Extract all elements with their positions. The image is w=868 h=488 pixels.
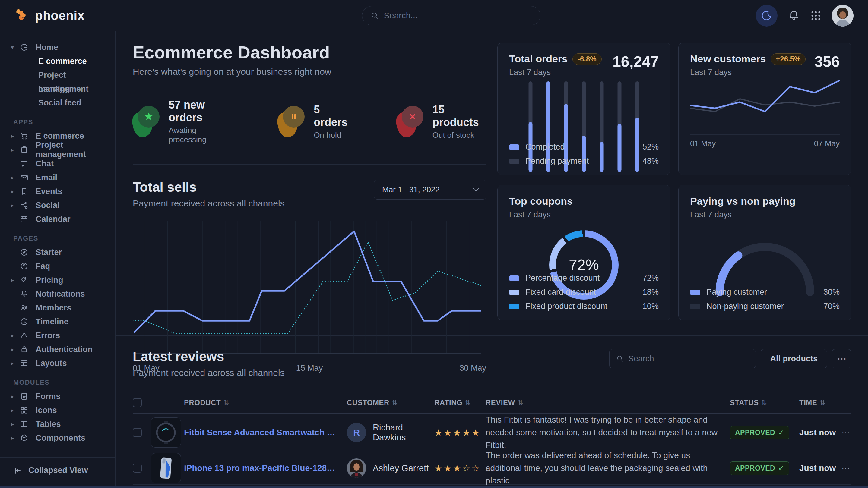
sidebar-item-faq[interactable]: Faq — [0, 259, 115, 273]
sidebar-item-members[interactable]: Members — [0, 301, 115, 315]
card-value: 16,247 — [613, 53, 659, 70]
sidebar-item-landing[interactable]: Landing — [0, 82, 115, 96]
sidebar-item-project-management-home[interactable]: Project management — [0, 68, 115, 82]
icons-grid-icon — [19, 405, 29, 415]
x-icon — [409, 113, 416, 121]
legend-swatch — [690, 290, 700, 295]
date-range-select[interactable]: Mar 1 - 31, 2022 — [374, 180, 486, 199]
theme-toggle-button[interactable] — [756, 5, 777, 27]
sidebar-section-apps: APPS — [13, 118, 115, 126]
sidebar-item-ecommerce-home[interactable]: E commerce — [0, 54, 115, 68]
sidebar-item-label: Errors — [36, 331, 60, 340]
sort-icon: ⇅ — [518, 399, 523, 406]
row-checkbox[interactable] — [133, 428, 142, 437]
cart-icon — [19, 131, 29, 141]
sidebar-item-timeline[interactable]: Timeline — [0, 315, 115, 329]
horizontal-scrollbar[interactable] — [0, 486, 868, 488]
sort-icon: ⇅ — [223, 399, 229, 406]
column-header-review[interactable]: REVIEW⇅ — [486, 398, 730, 407]
column-header-customer[interactable]: CUSTOMER⇅ — [347, 398, 434, 407]
row-menu-button[interactable]: ⋯ — [841, 463, 851, 473]
new-orders-blob-icon — [133, 106, 160, 137]
sidebar-item-layouts[interactable]: ▸ Layouts — [0, 356, 115, 370]
chevron-down-icon — [473, 186, 479, 192]
product-link[interactable]: Fitbit Sense Advanced Smartwatch with To… — [184, 428, 347, 437]
legend-swatch — [509, 144, 519, 150]
row-checkbox[interactable] — [133, 464, 142, 473]
sidebar-item-icons[interactable]: ▸ Icons — [0, 403, 115, 417]
dashboard-cards-column: Total orders -6.8% Last 7 days 16,247 Co… — [491, 31, 868, 335]
column-header-rating[interactable]: RATING⇅ — [434, 398, 486, 407]
collapse-sidebar-button[interactable]: Collapsed View — [0, 457, 115, 483]
row-menu-button[interactable]: ⋯ — [841, 428, 851, 438]
caret-right-icon: ▸ — [11, 202, 19, 209]
notifications-button[interactable] — [788, 10, 800, 22]
caret-right-icon: ▸ — [11, 332, 19, 339]
sidebar-item-errors[interactable]: ▸ Errors — [0, 329, 115, 343]
sidebar-item-tables[interactable]: ▸ Tables — [0, 417, 115, 431]
reviews-more-button[interactable]: ⋯ — [832, 349, 851, 368]
user-avatar[interactable] — [832, 5, 854, 27]
sidebar-item-project-management[interactable]: ▸ Project management — [0, 143, 115, 157]
customer-cell[interactable]: R Richard Dawkins — [347, 423, 434, 443]
sort-icon: ⇅ — [819, 399, 825, 406]
select-all-checkbox[interactable] — [133, 398, 142, 407]
collapse-left-icon — [13, 466, 22, 475]
rating-stars: ★★★★★ — [434, 427, 486, 438]
product-link[interactable]: iPhone 13 pro max-Pacific Blue-128GB sto… — [184, 463, 347, 473]
navbar-actions — [756, 5, 854, 27]
sidebar-item-home[interactable]: ▾ Home — [0, 40, 115, 54]
legend-value: 72% — [642, 273, 659, 283]
apps-grid-button[interactable] — [810, 10, 822, 22]
question-circle-icon — [19, 261, 29, 271]
column-header-status[interactable]: STATUS⇅ — [730, 398, 799, 407]
chat-icon — [19, 159, 29, 168]
reviews-search[interactable] — [609, 349, 756, 368]
global-search-input[interactable] — [384, 11, 532, 21]
legend-value: 70% — [824, 302, 840, 311]
all-products-filter-button[interactable]: All products — [761, 349, 827, 368]
column-header-time[interactable]: TIME⇅ — [799, 398, 841, 407]
total-sells-title: Total sells — [133, 180, 285, 195]
sidebar-item-events[interactable]: ▸ Events — [0, 185, 115, 198]
legend-swatch — [509, 290, 519, 295]
total-sells-line-chart — [133, 221, 482, 357]
tag-icon — [19, 275, 29, 285]
legend-swatch — [690, 304, 700, 309]
top-navbar: phoenix — [0, 0, 868, 31]
sidebar-item-forms[interactable]: ▸ Forms — [0, 389, 115, 403]
sidebar-item-authentication[interactable]: ▸ Authentication — [0, 343, 115, 356]
reviews-search-input[interactable] — [628, 354, 749, 363]
sidebar-item-label: Pricing — [36, 275, 63, 285]
sidebar-item-components[interactable]: ▸ Components — [0, 431, 115, 445]
caret-right-icon: ▸ — [11, 406, 19, 414]
total-orders-card: Total orders -6.8% Last 7 days 16,247 Co… — [497, 42, 671, 175]
caret-right-icon: ▸ — [11, 360, 19, 367]
sidebar-item-notifications[interactable]: Notifications — [0, 287, 115, 301]
sidebar-item-social[interactable]: ▸ Social — [0, 198, 115, 212]
legend-value: 30% — [824, 288, 840, 297]
sidebar-item-starter[interactable]: Starter — [0, 246, 115, 259]
legend-label: Fixed card discount — [525, 288, 596, 297]
legend-label: Percentage discount — [525, 273, 599, 283]
caret-right-icon: ▸ — [11, 421, 19, 428]
total-sells-subtitle: Payment received across all channels — [133, 198, 285, 208]
sidebar-item-social-feed[interactable]: Social feed — [0, 96, 115, 110]
global-search[interactable] — [362, 6, 540, 25]
sidebar-item-label: Layouts — [36, 359, 67, 368]
column-header-product[interactable]: PRODUCT⇅ — [184, 398, 347, 407]
grid-dots-icon — [810, 10, 822, 22]
sidebar-item-calendar[interactable]: Calendar — [0, 212, 115, 226]
product-thumbnail[interactable] — [151, 453, 181, 483]
card-title: Top coupons — [509, 195, 573, 207]
product-thumbnail[interactable] — [151, 418, 181, 448]
sidebar-item-pricing[interactable]: ▸ Pricing — [0, 273, 115, 287]
brand-logo[interactable]: phoenix — [14, 8, 85, 24]
customer-cell[interactable]: Ashley Garrett — [347, 458, 434, 478]
quick-stats: 57 new orders Awating processing 5 o — [133, 99, 486, 144]
bell-icon — [19, 289, 29, 299]
ecommerce-dashboard-page: phoenix — [0, 0, 868, 488]
main-content: Ecommerce Dashboard Here's what's going … — [116, 31, 868, 486]
bookmark-icon — [19, 187, 29, 196]
sidebar-item-email[interactable]: ▸ Email — [0, 171, 115, 185]
